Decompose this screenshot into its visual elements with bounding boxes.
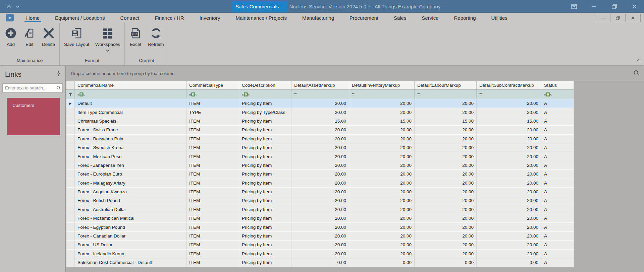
search-icon[interactable] bbox=[56, 86, 63, 90]
cell-commercialtype: ITEM bbox=[186, 205, 239, 214]
column-header-commercialname[interactable]: CommercialName bbox=[75, 81, 186, 90]
cell-defaultlabourmarkup: 20.00 bbox=[415, 250, 477, 258]
save-layout-button[interactable]: Save Layout bbox=[61, 25, 92, 49]
filter-cell-defaultsubcontractmarkup[interactable]: = bbox=[477, 90, 541, 99]
filter-cell-commercialname[interactable]: aBc bbox=[75, 90, 186, 99]
ribbon-gear-icon[interactable] bbox=[6, 14, 14, 21]
cell-defaultinventorymarkup: 20.00 bbox=[349, 188, 415, 196]
cell-defaultsubcontractmarkup: 20.00 bbox=[477, 99, 541, 108]
minimize-button[interactable] bbox=[590, 3, 598, 10]
column-header-defaultinventorymarkup[interactable]: DefaultInventoryMarkup bbox=[349, 81, 415, 90]
tab-reporting[interactable]: Reporting bbox=[446, 13, 483, 23]
filter-cell-defaultlabourmarkup[interactable]: = bbox=[415, 90, 477, 99]
tab-sales[interactable]: Sales bbox=[386, 13, 414, 23]
cell-defaultinventorymarkup: 20.00 bbox=[349, 250, 415, 258]
table-row[interactable]: Forex - Europian EuroITEMPricing by Item… bbox=[66, 170, 575, 179]
cell-defaultsubcontractmarkup: 20.00 bbox=[477, 152, 541, 161]
refresh-icon bbox=[150, 27, 162, 40]
pin-icon[interactable] bbox=[56, 71, 60, 78]
table-row[interactable]: Forex - Malagasy AriaryITEMPricing by It… bbox=[66, 179, 575, 188]
tab-home[interactable]: Home bbox=[18, 13, 47, 23]
close-button[interactable] bbox=[631, 3, 638, 10]
ribbon-group-maintenance: AddEditDeleteMaintenance bbox=[0, 23, 60, 65]
table-row[interactable]: Forex - Mexican PesoITEMPricing by Item2… bbox=[66, 152, 575, 161]
table-row[interactable]: Item Type CommercialTYPEPricing by Type/… bbox=[66, 108, 575, 117]
ribbon-group-label: Format bbox=[61, 57, 123, 65]
table-row[interactable]: Forex - Egyptian PoundITEMPricing by Ite… bbox=[66, 223, 575, 231]
table-row[interactable]: Forex - Swedish KronaITEMPricing by Item… bbox=[66, 143, 575, 152]
column-header-codedescription[interactable]: CodeDescription bbox=[239, 81, 291, 90]
filter-funnel-icon[interactable] bbox=[66, 90, 75, 99]
table-row[interactable]: Forex - Mozambican MeticalITEMPricing by… bbox=[66, 214, 575, 223]
cell-defaultassetmarkup: 0.00 bbox=[291, 258, 349, 267]
group-by-bar[interactable]: Drag a column header here to group by th… bbox=[66, 66, 644, 81]
column-header-defaultsubcontractmarkup[interactable]: DefaultSubContractMarkup bbox=[477, 81, 541, 90]
column-header-defaultassetmarkup[interactable]: DefaultAssetMarkup bbox=[291, 81, 349, 90]
table-row[interactable]: Forex - US DollarITEMPricing by Item20.0… bbox=[66, 241, 575, 249]
text-filter-icon: aBc bbox=[242, 92, 250, 96]
tab-procurement[interactable]: Procurement bbox=[342, 13, 386, 23]
dock-window-icon[interactable] bbox=[570, 3, 578, 10]
inner-close-button[interactable] bbox=[625, 14, 641, 22]
cell-status: A bbox=[541, 258, 574, 267]
cell-defaultlabourmarkup: 20.00 bbox=[415, 223, 477, 231]
svg-text:XLS: XLS bbox=[131, 32, 138, 36]
filter-cell-commercialtype[interactable]: aBc bbox=[186, 90, 239, 99]
cell-defaultlabourmarkup: 20.00 bbox=[415, 196, 477, 205]
column-header-defaultlabourmarkup[interactable]: DefaultLabourMarkup bbox=[415, 81, 477, 90]
delete-button[interactable]: Delete bbox=[39, 25, 58, 49]
inner-minimize-button[interactable] bbox=[595, 14, 610, 22]
cell-defaultlabourmarkup: 20.00 bbox=[415, 214, 477, 223]
tab-utilities[interactable]: Utilities bbox=[484, 13, 515, 23]
cell-defaultlabourmarkup: 20.00 bbox=[415, 135, 477, 143]
edit-button[interactable]: Edit bbox=[20, 25, 39, 49]
excel-button[interactable]: XLSExcel bbox=[126, 25, 145, 49]
table-row[interactable]: Salesman Cost Commercial - DefaultITEMPr… bbox=[66, 258, 575, 267]
row-indicator-cell bbox=[66, 258, 75, 267]
row-indicator-cell bbox=[66, 205, 75, 214]
chevron-down-icon[interactable] bbox=[16, 3, 19, 9]
cell-defaultassetmarkup: 20.00 bbox=[291, 232, 349, 241]
cell-defaultassetmarkup: 20.00 bbox=[291, 241, 349, 249]
table-row[interactable]: Forex - Icelandic KronaITEMPricing by It… bbox=[66, 250, 575, 258]
links-search-input[interactable] bbox=[3, 84, 56, 92]
tab-finance-hr[interactable]: Finance / HR bbox=[147, 13, 192, 23]
filter-cell-codedescription[interactable]: aBc bbox=[239, 90, 291, 99]
collapse-ribbon-icon[interactable] bbox=[637, 57, 641, 63]
table-row[interactable]: Forex - Canadian DollarITEMPricing by It… bbox=[66, 232, 575, 241]
table-row[interactable]: Forex - British PoundITEMPricing by Item… bbox=[66, 196, 575, 205]
ribbon-group-current: XLSExcelRefreshCurrent bbox=[125, 23, 168, 65]
add-button[interactable]: Add bbox=[1, 25, 20, 49]
filter-cell-status[interactable]: aBc bbox=[541, 90, 574, 99]
tab-maintenance-projects[interactable]: Maintenance / Projects bbox=[228, 13, 294, 23]
table-row[interactable]: ▶DefaultITEMPricing by Item20.0020.0020.… bbox=[66, 99, 575, 108]
table-row[interactable]: Forex - Angolan KwanzaITEMPricing by Ite… bbox=[66, 188, 575, 196]
tab-contract[interactable]: Contract bbox=[112, 13, 147, 23]
table-row[interactable]: Christmas SpecialsITEMPricing by Item15.… bbox=[66, 117, 575, 126]
cell-status: A bbox=[541, 188, 574, 196]
link-tile-customers[interactable]: Customers bbox=[7, 98, 60, 135]
refresh-button[interactable]: Refresh bbox=[145, 25, 167, 49]
system-gear-icon[interactable] bbox=[5, 3, 13, 10]
inner-restore-button[interactable] bbox=[610, 14, 626, 22]
filter-cell-defaultinventorymarkup[interactable]: = bbox=[349, 90, 415, 99]
tab-inventory[interactable]: Inventory bbox=[192, 13, 228, 23]
column-header-status[interactable]: Status bbox=[541, 81, 574, 90]
row-indicator-cell bbox=[66, 232, 75, 241]
table-row[interactable]: Forex - Australian DollarITEMPricing by … bbox=[66, 205, 575, 214]
cell-defaultlabourmarkup: 20.00 bbox=[415, 152, 477, 161]
tab-service[interactable]: Service bbox=[414, 13, 446, 23]
tab-equipment-locations[interactable]: Equipment / Locations bbox=[47, 13, 112, 23]
table-row[interactable]: Forex - Janapense YenITEMPricing by Item… bbox=[66, 161, 575, 170]
tab-manufacturing[interactable]: Manufacturing bbox=[294, 13, 342, 23]
grid-search-icon[interactable] bbox=[634, 70, 639, 77]
cell-codedescription: Pricing by Item bbox=[239, 196, 291, 205]
restore-button[interactable] bbox=[610, 3, 618, 10]
table-row[interactable]: Forex - Botswana PulaITEMPricing by Item… bbox=[66, 135, 575, 143]
workspaces-button[interactable]: Workspaces bbox=[92, 25, 123, 54]
table-row[interactable]: Forex - Swiss FrancITEMPricing by Item20… bbox=[66, 126, 575, 134]
column-header-commercialtype[interactable]: CommercialType bbox=[186, 81, 239, 90]
filter-cell-defaultassetmarkup[interactable]: = bbox=[291, 90, 349, 99]
cell-defaultsubcontractmarkup: 20.00 bbox=[477, 223, 541, 231]
workspaces-icon bbox=[101, 27, 114, 40]
